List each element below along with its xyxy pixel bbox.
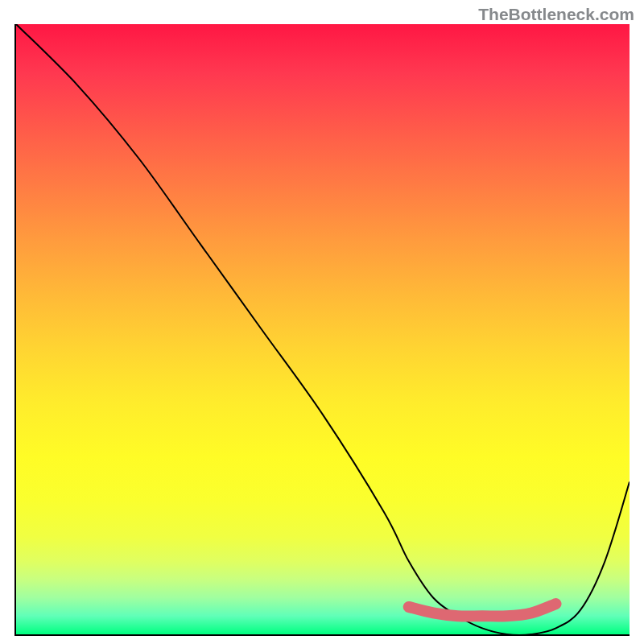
watermark-text: TheBottleneck.com: [478, 5, 634, 24]
chart-area: [14, 24, 630, 636]
bottleneck-curve-path: [16, 24, 630, 634]
optimal-zone-path: [409, 604, 556, 616]
chart-svg: [16, 24, 630, 634]
